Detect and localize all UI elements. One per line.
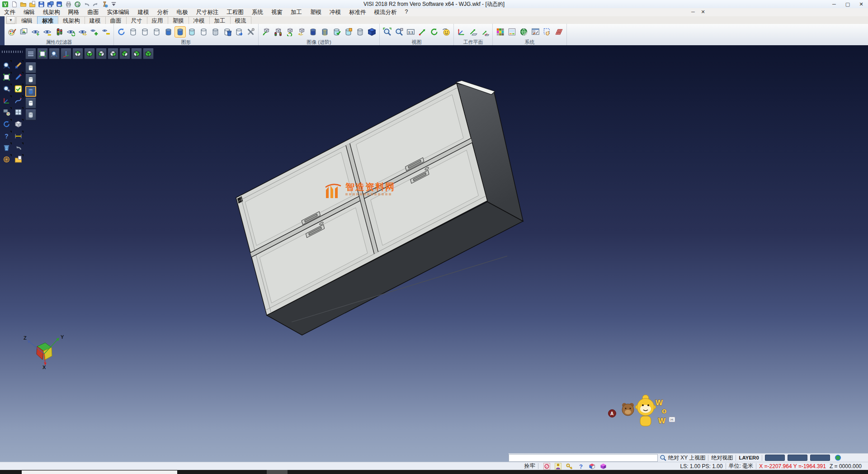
menu-item[interactable]: 标准件: [345, 8, 370, 17]
open-recent[interactable]: [13, 154, 24, 165]
menu-item[interactable]: ?: [401, 8, 412, 17]
workplane-triad[interactable]: [1, 95, 12, 106]
view-orientation[interactable]: [440, 26, 452, 38]
image-gallery[interactable]: [18, 26, 29, 38]
sketch-edit[interactable]: [13, 72, 24, 82]
striped-solid[interactable]: [319, 26, 330, 38]
wireframe-mode[interactable]: [25, 62, 36, 73]
doc-close-button[interactable]: ✕: [698, 8, 708, 16]
ribbon-tab[interactable]: 塑膜: [168, 16, 189, 24]
zoom-window[interactable]: [1, 72, 12, 82]
ribbon-tab[interactable]: 加工: [209, 16, 231, 24]
confirm-selection[interactable]: [13, 84, 24, 94]
snap-lock-toggle[interactable]: 拴牢: [524, 462, 535, 470]
mesh-solid[interactable]: [354, 26, 366, 38]
multi-view[interactable]: [13, 107, 24, 118]
menu-item[interactable]: 系统: [248, 8, 267, 17]
shaded-edges-mode[interactable]: [25, 98, 36, 109]
ribbon-tab[interactable]: 曲面: [105, 16, 127, 24]
menu-item[interactable]: 塑模: [306, 8, 326, 17]
filter-traffic[interactable]: [53, 26, 65, 38]
undo-view[interactable]: [13, 142, 24, 153]
tab-dropdown-button[interactable]: ▼: [6, 16, 15, 24]
view-top[interactable]: [72, 48, 83, 59]
ribbon-tab[interactable]: 应用: [147, 16, 168, 24]
image-traffic[interactable]: [272, 26, 283, 38]
status-record-icon[interactable]: [543, 463, 551, 470]
render-mode[interactable]: [366, 26, 377, 38]
show-all[interactable]: [89, 26, 100, 38]
print-icon[interactable]: [65, 1, 72, 8]
menu-item[interactable]: 网格: [64, 8, 84, 17]
selection-options[interactable]: [542, 26, 553, 38]
filter-hide-remove[interactable]: [42, 26, 53, 38]
status-solid-icon[interactable]: [599, 463, 607, 470]
wireframe-cylinder[interactable]: [127, 26, 139, 38]
ribbon-tab[interactable]: 模流: [230, 16, 251, 24]
view-left[interactable]: [119, 48, 130, 59]
hide-all[interactable]: [100, 26, 112, 38]
current-layer[interactable]: LAYER0: [739, 455, 759, 460]
zoom-previous[interactable]: [1, 60, 12, 71]
system-options[interactable]: [518, 26, 529, 38]
transparent-mode[interactable]: [25, 109, 36, 120]
ribbon-tab[interactable]: 线架构: [58, 16, 85, 24]
save-icon[interactable]: [38, 1, 45, 8]
open-file-icon[interactable]: [19, 1, 27, 8]
visi-logo-icon[interactable]: V: [1, 1, 9, 8]
globe-icon[interactable]: [834, 454, 842, 461]
menu-item[interactable]: 视窗: [267, 8, 287, 17]
menu-item[interactable]: 分析: [153, 8, 173, 17]
view-front[interactable]: [96, 48, 107, 59]
view-back[interactable]: [108, 48, 118, 59]
delete-entity[interactable]: [1, 142, 12, 153]
menu-item[interactable]: 线架构: [39, 8, 64, 17]
transparent-cylinder[interactable]: [186, 26, 198, 38]
workplane-move[interactable]: [479, 26, 491, 38]
taskbar-window-chip[interactable]: [22, 470, 177, 474]
pan-view[interactable]: [417, 26, 428, 38]
print-preview-icon[interactable]: [74, 1, 81, 8]
ribbon-tab[interactable]: 建模: [85, 16, 106, 24]
close-button[interactable]: ✕: [854, 0, 868, 8]
shaded-cylinder[interactable]: [163, 26, 174, 38]
save-all-icon[interactable]: [56, 1, 63, 8]
image-regen[interactable]: [284, 26, 295, 38]
grid-options[interactable]: [553, 26, 565, 38]
shaded-mode[interactable]: [25, 86, 36, 97]
ribbon-tab[interactable]: 冲模: [189, 16, 210, 24]
qat-more-icon[interactable]: [110, 1, 118, 8]
ribbon-tab[interactable]: 标准: [37, 16, 58, 24]
menu-item[interactable]: 模流分析: [370, 8, 401, 17]
measure-distance[interactable]: [13, 131, 24, 141]
zoom-1-1[interactable]: 1:1: [405, 26, 416, 38]
maximize-button[interactable]: ▢: [841, 0, 854, 8]
new-file-icon[interactable]: [10, 1, 18, 8]
layer-palette[interactable]: [1, 107, 12, 118]
menu-item[interactable]: 冲模: [326, 8, 345, 17]
filter-plus-minus[interactable]: +/-: [77, 26, 88, 38]
image-add[interactable]: [260, 26, 272, 38]
view-iso[interactable]: [143, 48, 154, 59]
mesh-cylinder[interactable]: [210, 26, 221, 38]
status-help-icon[interactable]: ?: [577, 463, 585, 470]
palette-drag-handle[interactable]: [2, 51, 23, 53]
zoom-scale[interactable]: ±: [1, 84, 12, 94]
filter-show-add[interactable]: +: [30, 26, 41, 38]
ribbon-tab[interactable]: 编辑: [16, 16, 38, 24]
solid-report[interactable]: [343, 26, 354, 38]
workplane-set[interactable]: [456, 26, 467, 38]
menu-item[interactable]: 尺寸标注: [192, 8, 223, 17]
save-as-icon[interactable]: [47, 1, 54, 8]
minimize-button[interactable]: ─: [827, 0, 841, 8]
zoom-dynamic[interactable]: [49, 48, 60, 59]
graphics-options[interactable]: [245, 26, 256, 38]
cabinet-3d-model[interactable]: [0, 45, 868, 462]
spline-edit[interactable]: [13, 95, 24, 106]
menu-item[interactable]: 曲面: [84, 8, 103, 17]
hidden-line-mode[interactable]: [25, 74, 36, 85]
shading-mode[interactable]: [13, 119, 24, 129]
solid-view[interactable]: [307, 26, 319, 38]
search-icon[interactable]: [659, 454, 667, 461]
menu-item[interactable]: 建模: [134, 8, 153, 17]
